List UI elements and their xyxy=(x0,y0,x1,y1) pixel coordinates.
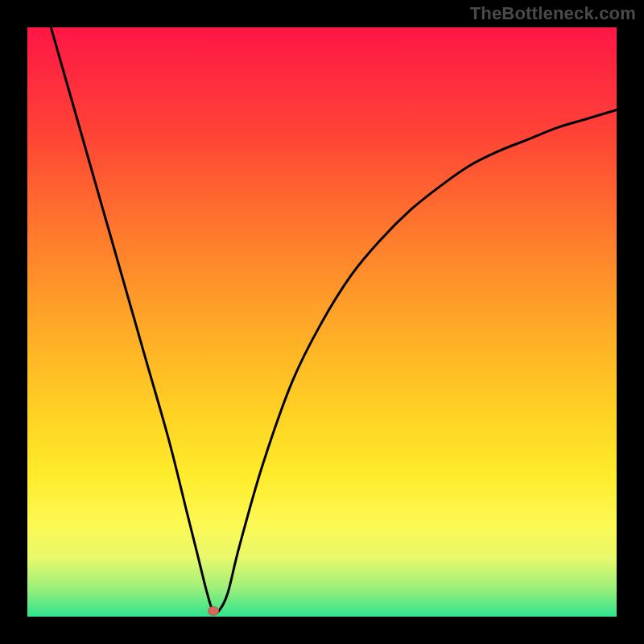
minimum-marker xyxy=(208,606,219,616)
bottleneck-curve-path xyxy=(51,27,617,613)
curve-svg xyxy=(27,27,617,617)
watermark-text: TheBottleneck.com xyxy=(470,3,636,24)
chart-frame: TheBottleneck.com xyxy=(0,0,644,644)
plot-area xyxy=(27,27,617,617)
